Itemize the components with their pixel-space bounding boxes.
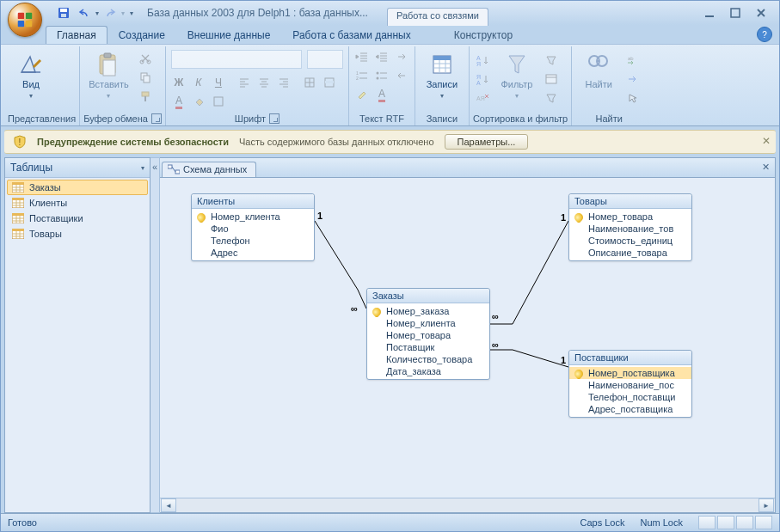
svg-rect-20 [325, 81, 334, 83]
align-left-button[interactable] [235, 74, 254, 91]
records-button[interactable]: Записи▾ [419, 48, 465, 108]
office-button[interactable] [8, 3, 42, 37]
tab-design[interactable]: Конструктор [443, 26, 524, 44]
find-button[interactable]: Найти [575, 48, 622, 108]
tab-home[interactable]: Главная [46, 26, 107, 44]
horizontal-scrollbar[interactable]: ◄ ► [160, 498, 775, 512]
minimize-button[interactable] [700, 5, 719, 21]
maximize-button[interactable] [726, 5, 745, 21]
advanced-filter-button[interactable] [542, 70, 561, 88]
filter-button[interactable]: Фильтр▾ [494, 48, 540, 108]
decrease-indent-button[interactable] [353, 48, 372, 65]
table-goods[interactable]: Товары Номер_товара Наименование_тов Сто… [568, 193, 692, 261]
sort-desc-button[interactable]: ЯА [473, 70, 492, 88]
nav-collapse-button[interactable]: « [150, 157, 160, 513]
undo-dropdown-icon[interactable]: ▾ [95, 9, 99, 17]
field[interactable]: Адрес [192, 247, 314, 259]
clear-sort-button[interactable]: АЯ [473, 89, 492, 107]
scroll-left-button[interactable]: ◄ [161, 498, 176, 512]
relationships-canvas[interactable]: 1 ∞ ∞ 1 ∞ 1 Клиенты Номер_клиента Фио Те… [160, 178, 775, 498]
view-shortcut-4[interactable] [755, 516, 772, 529]
goto-button[interactable] [623, 70, 642, 88]
select-button[interactable] [623, 89, 642, 107]
field-pk[interactable]: Номер_заказа [367, 305, 489, 317]
cut-button[interactable] [136, 50, 155, 67]
table-orders[interactable]: Заказы Номер_заказа Номер_клиента Номер_… [366, 288, 490, 380]
field-pk[interactable]: Номер_поставщика [569, 367, 691, 379]
table-suppliers[interactable]: Поставщики Номер_поставщика Наименование… [568, 350, 692, 418]
field[interactable]: Номер_клиента [367, 317, 489, 329]
numbered-list-button[interactable]: 12 [353, 67, 372, 84]
underline-button[interactable]: Ч [209, 74, 228, 91]
field-pk[interactable]: Номер_клиента [192, 211, 314, 223]
security-options-button[interactable]: Параметры... [445, 134, 529, 150]
field[interactable]: Стоимость_единиц [569, 235, 691, 247]
text-color-button[interactable]: A [372, 86, 391, 103]
svg-rect-6 [61, 14, 66, 17]
fill-color-button[interactable] [189, 93, 208, 110]
gridlines-button[interactable] [300, 74, 319, 91]
redo-button[interactable] [101, 3, 120, 22]
field-pk[interactable]: Номер_товара [569, 211, 691, 223]
help-button[interactable]: ? [757, 27, 772, 42]
highlight-button[interactable] [353, 86, 372, 103]
align-right-button[interactable] [274, 74, 293, 91]
field[interactable]: Описание_товара [569, 247, 691, 259]
field[interactable]: Адрес_поставщика [569, 403, 691, 415]
sort-asc-button[interactable]: АЯ [473, 52, 492, 69]
font-dialog-launcher[interactable] [269, 113, 279, 124]
qat-customize-icon[interactable]: ▾ [130, 9, 133, 17]
document-tab-relationships[interactable]: Схема данных [162, 162, 256, 177]
format-painter-button[interactable] [136, 88, 155, 105]
field[interactable]: Дата_заказа [367, 365, 489, 377]
undo-button[interactable] [75, 3, 94, 22]
field[interactable]: Телефон_поставщи [569, 391, 691, 403]
document-close-button[interactable]: ✕ [762, 162, 770, 173]
nav-item-clients[interactable]: Клиенты [7, 195, 148, 211]
increase-indent-button[interactable] [372, 48, 391, 65]
nav-header[interactable]: Таблицы ▾ [5, 158, 150, 178]
font-color-button[interactable]: A [169, 93, 188, 110]
bullet-list-button[interactable] [372, 67, 391, 84]
field[interactable]: Телефон [192, 235, 314, 247]
copy-button[interactable] [136, 69, 155, 86]
gridline-color-button[interactable] [209, 93, 228, 110]
nav-item-suppliers[interactable]: Поставщики [7, 211, 148, 226]
align-center-button[interactable] [255, 74, 273, 91]
tab-create[interactable]: Создание [107, 26, 176, 44]
nav-item-orders[interactable]: Заказы [7, 180, 148, 195]
tab-database-tools[interactable]: Работа с базами данных [281, 26, 421, 44]
field[interactable]: Фио [192, 223, 314, 235]
field[interactable]: Номер_товара [367, 329, 489, 341]
nav-filter-dropdown-icon[interactable]: ▾ [141, 164, 144, 172]
bold-button[interactable]: Ж [169, 74, 188, 91]
redo-dropdown-icon[interactable]: ▾ [121, 9, 125, 17]
field[interactable]: Наименование_пос [569, 379, 691, 391]
toggle-filter-button[interactable] [542, 89, 561, 107]
font-name-combo[interactable] [171, 50, 302, 69]
replace-button[interactable]: ab [623, 52, 642, 69]
ltr-button[interactable] [392, 48, 411, 65]
alternate-row-button[interactable] [320, 74, 339, 91]
view-shortcut-2[interactable] [717, 516, 734, 529]
field[interactable]: Поставщик [367, 341, 489, 353]
close-button[interactable] [752, 5, 771, 21]
clipboard-dialog-launcher[interactable] [151, 113, 162, 124]
security-message: Часть содержимого базы данных отключено [239, 137, 434, 147]
field[interactable]: Количество_товара [367, 353, 489, 365]
view-shortcut-3[interactable] [736, 516, 753, 529]
italic-button[interactable]: К [189, 74, 208, 91]
save-button[interactable] [54, 3, 73, 22]
nav-item-goods[interactable]: Товары [7, 226, 148, 242]
font-size-combo[interactable] [307, 50, 343, 69]
security-close-button[interactable]: ✕ [762, 135, 771, 147]
view-button[interactable]: Вид▾ [8, 48, 54, 108]
paste-button[interactable]: Вставить▾ [83, 48, 134, 108]
selection-filter-button[interactable] [542, 52, 561, 69]
scroll-right-button[interactable]: ► [759, 498, 774, 512]
table-clients[interactable]: Клиенты Номер_клиента Фио Телефон Адрес [191, 193, 315, 261]
tab-external-data[interactable]: Внешние данные [176, 26, 282, 44]
rtl-button[interactable] [392, 67, 411, 84]
field[interactable]: Наименование_тов [569, 223, 691, 235]
view-shortcut-1[interactable] [698, 516, 716, 529]
